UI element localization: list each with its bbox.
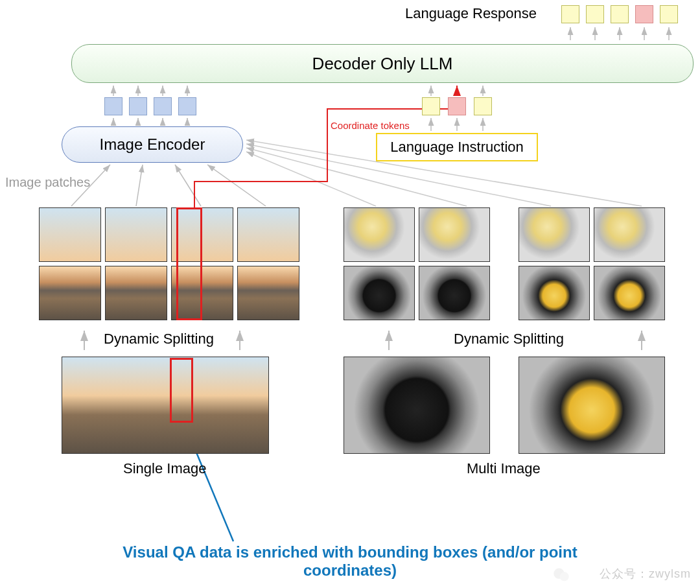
city-patch-6 — [105, 266, 167, 320]
single-image-label: Single Image — [123, 460, 206, 477]
image-patches-label: Image patches — [5, 175, 90, 190]
output-token-3 — [611, 5, 629, 23]
multi-image-label: Multi Image — [467, 460, 541, 477]
svg-point-33 — [560, 572, 569, 581]
city-patch-5 — [39, 266, 101, 320]
svg-line-20 — [136, 165, 143, 206]
visual-qa-caption: Visual QA data is enriched with bounding… — [84, 543, 616, 580]
watermark-text: 公众号：zwylsm — [600, 566, 691, 582]
language-instruction-label: Language Instruction — [390, 139, 524, 156]
vision-token-2 — [129, 97, 147, 115]
bounding-box-single — [170, 358, 193, 423]
city-patch-8 — [237, 266, 299, 320]
lang-token-1 — [422, 97, 440, 115]
decoder-llm-label: Decoder Only LLM — [312, 54, 453, 74]
cook-a-patch-4 — [419, 266, 490, 320]
svg-line-23 — [246, 152, 376, 206]
cook-b-patch-4 — [594, 266, 665, 320]
cook-b-patch-2 — [594, 207, 665, 262]
multi-image-2 — [519, 357, 665, 454]
dynamic-splitting-label-left: Dynamic Splitting — [104, 331, 214, 347]
output-token-4-coord — [635, 5, 653, 23]
output-token-2 — [586, 5, 604, 23]
cook-a-patch-1 — [344, 207, 415, 262]
language-response-label: Language Response — [405, 5, 537, 22]
city-patch-1 — [39, 207, 101, 262]
multi-image-1 — [344, 357, 490, 454]
city-patch-2 — [105, 207, 167, 262]
vision-token-3 — [154, 97, 172, 115]
cook-b-patch-3 — [519, 266, 590, 320]
image-encoder-box: Image Encoder — [62, 126, 243, 163]
output-token-1 — [561, 5, 579, 23]
decoder-llm-box: Decoder Only LLM — [71, 44, 694, 83]
svg-line-22 — [207, 165, 266, 206]
image-encoder-label: Image Encoder — [100, 135, 205, 154]
cook-a-patch-2 — [419, 207, 490, 262]
bounding-box-patches — [176, 207, 202, 320]
vision-token-4 — [178, 97, 196, 115]
wechat-icon — [552, 566, 570, 584]
coordinate-tokens-label: Coordinate tokens — [331, 120, 410, 131]
lang-token-3 — [474, 97, 492, 115]
vision-token-1 — [104, 97, 122, 115]
cook-a-patch-3 — [344, 266, 415, 320]
single-image — [62, 357, 269, 454]
lang-token-2-coord — [448, 97, 466, 115]
output-token-5 — [660, 5, 678, 23]
city-patch-4 — [237, 207, 299, 262]
svg-line-21 — [175, 165, 201, 206]
cook-b-patch-1 — [519, 207, 590, 262]
language-instruction-box: Language Instruction — [376, 133, 538, 161]
dynamic-splitting-label-right: Dynamic Splitting — [454, 331, 564, 347]
